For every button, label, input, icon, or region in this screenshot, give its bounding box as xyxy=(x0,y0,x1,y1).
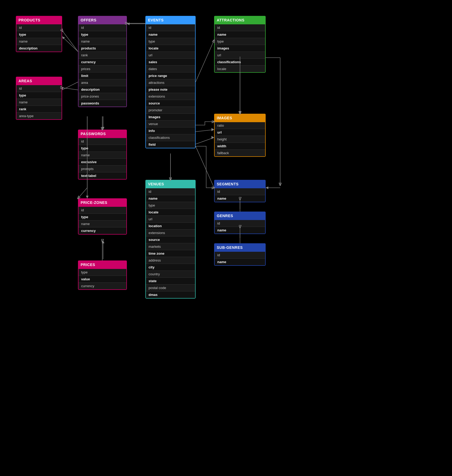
svg-line-6 xyxy=(196,138,214,144)
table-row: postal code xyxy=(146,285,195,291)
entity-price-zones-body: id type name currency xyxy=(78,207,127,235)
entity-price-zones: PRICE-ZONES id type name currency xyxy=(78,198,127,235)
table-row: time zone xyxy=(146,250,195,257)
entity-images-header: IMAGES xyxy=(214,114,266,122)
entity-attractions-body: id name type images url classifications … xyxy=(214,24,266,73)
svg-line-2 xyxy=(62,82,78,90)
entity-venues-header: VENUES xyxy=(145,180,196,188)
table-row: classifications xyxy=(215,59,265,66)
table-row: extensions xyxy=(146,230,195,236)
entity-areas-header: AREAS xyxy=(16,77,62,85)
table-row: dmas xyxy=(146,291,195,298)
table-row: currency xyxy=(79,59,126,66)
entity-images-body: ratio url height width fallback xyxy=(214,122,266,157)
table-row: attractions xyxy=(146,79,195,86)
table-row: fallback xyxy=(215,150,265,156)
table-row: address xyxy=(146,257,195,264)
table-row: promoter xyxy=(146,107,195,114)
table-row: name xyxy=(146,31,195,38)
table-row: type xyxy=(79,214,126,221)
table-row: id xyxy=(16,85,62,92)
table-row: id xyxy=(215,252,265,259)
entity-images: IMAGES ratio url height width fallback xyxy=(214,114,266,157)
svg-marker-18 xyxy=(102,241,104,243)
table-row: field xyxy=(146,141,195,148)
entity-genres-header: GENRES xyxy=(214,212,266,220)
table-row: type xyxy=(79,31,126,38)
table-row: url xyxy=(215,129,265,136)
table-row: please note xyxy=(146,86,195,93)
entity-segments-header: SEGMENTS xyxy=(214,180,266,188)
table-row: id xyxy=(16,24,62,31)
table-row: type xyxy=(146,38,195,45)
table-row: value xyxy=(79,276,126,283)
table-row: ratio xyxy=(215,122,265,129)
table-row: description xyxy=(79,86,126,93)
svg-marker-20 xyxy=(239,111,241,114)
entity-areas-body: id type name rank area-type xyxy=(16,85,62,120)
table-row: products xyxy=(79,45,126,52)
table-row: name xyxy=(79,38,126,45)
table-row: currency xyxy=(79,283,126,289)
table-row: type xyxy=(215,38,265,45)
svg-line-0 xyxy=(62,36,78,52)
table-row: name xyxy=(16,38,62,45)
entity-products-body: id type name description xyxy=(16,24,62,52)
table-row: type xyxy=(79,269,126,276)
table-row: city xyxy=(146,264,195,271)
entity-subgenres: SUB-GENRES id name xyxy=(214,243,266,266)
table-row: url xyxy=(146,52,195,59)
table-row: height xyxy=(215,136,265,143)
table-row: passwords xyxy=(79,100,126,107)
table-row: id xyxy=(79,207,126,214)
table-row: dates xyxy=(146,66,195,72)
table-row: state xyxy=(146,278,195,285)
entity-genres: GENRES id name xyxy=(214,212,266,234)
svg-marker-14 xyxy=(102,127,104,130)
table-row: prompts xyxy=(79,166,126,172)
diagram: PRODUCTS id type name description AREAS … xyxy=(0,0,452,476)
entity-segments: SEGMENTS id name xyxy=(214,180,266,202)
svg-line-32 xyxy=(196,40,214,82)
entity-passwords-body: id type name exclusive prompts text-labe… xyxy=(78,138,127,180)
svg-line-28 xyxy=(63,31,78,52)
entity-subgenres-header: SUB-GENRES xyxy=(214,243,266,252)
svg-marker-16 xyxy=(86,196,89,198)
table-row: width xyxy=(215,143,265,150)
svg-marker-9 xyxy=(211,128,214,131)
table-row: images xyxy=(215,45,265,52)
table-row: rank xyxy=(79,52,126,59)
entity-attractions: ATTRACTIONS id name type images url clas… xyxy=(214,16,266,73)
svg-line-12 xyxy=(196,146,214,188)
table-row: id xyxy=(215,24,265,31)
table-row: venue xyxy=(146,121,195,127)
table-row: name xyxy=(16,99,62,106)
entity-attractions-header: ATTRACTIONS xyxy=(214,16,266,24)
svg-line-29 xyxy=(63,88,78,90)
table-row: id xyxy=(215,188,265,195)
table-row: price range xyxy=(146,72,195,79)
table-row: currency xyxy=(79,227,126,234)
entity-passwords-header: PASSWORDS xyxy=(78,130,127,138)
table-row: country xyxy=(146,271,195,278)
table-row: description xyxy=(16,45,62,52)
table-row: name xyxy=(215,259,265,265)
entity-offers-body: id type name products rank currency pric… xyxy=(78,24,127,107)
entity-genres-body: id name xyxy=(214,220,266,234)
table-row: url xyxy=(215,52,265,59)
table-row: url xyxy=(146,216,195,223)
entity-segments-body: id name xyxy=(214,188,266,202)
entity-passwords: PASSWORDS id type name exclusive prompts… xyxy=(78,130,127,180)
entity-products: PRODUCTS id type name description xyxy=(16,16,62,52)
table-row: location xyxy=(146,223,195,230)
entity-prices: PRICES type value currency xyxy=(78,260,127,290)
entity-venues: VENUES id name type locate url location … xyxy=(145,180,196,299)
svg-marker-7 xyxy=(211,136,214,139)
entity-events-body: id name type locate url sales dates pric… xyxy=(145,24,196,148)
table-row: rank xyxy=(16,106,62,113)
entity-events: EVENTS id name type locate url sales dat… xyxy=(145,16,196,148)
table-row: type xyxy=(146,202,195,209)
table-row: id xyxy=(79,138,126,145)
svg-line-8 xyxy=(196,130,214,132)
table-row: name xyxy=(79,152,126,159)
